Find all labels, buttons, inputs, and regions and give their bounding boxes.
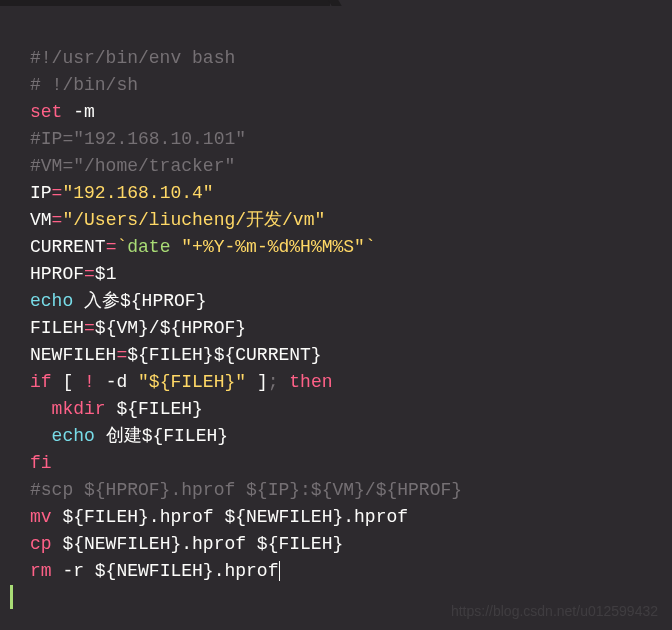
- editor-gutter: [0, 0, 28, 630]
- string: "/Users/liucheng/开发/vm": [62, 210, 325, 230]
- neg-op: !: [84, 372, 95, 392]
- cmd-cp: cp: [30, 534, 52, 554]
- code-line: NEWFILEH=${FILEH}${CURRENT}: [30, 345, 322, 365]
- cmd-rm: rm: [30, 561, 52, 581]
- code-line: echo 创建${FILEH}: [30, 426, 228, 446]
- comment: #VM="/home/tracker": [30, 156, 235, 176]
- var-newfileh: NEWFILEH: [30, 345, 116, 365]
- assign-op: =: [84, 264, 95, 284]
- comment: # !/bin/sh: [30, 75, 138, 95]
- var-current: CURRENT: [30, 237, 106, 257]
- shebang-comment: #!/usr/bin/env bash: [30, 48, 235, 68]
- keyword-set: set: [30, 102, 62, 122]
- var-hprof: HPROF: [30, 264, 84, 284]
- assign-op: =: [84, 318, 95, 338]
- code-line: cp ${NEWFILEH}.hprof ${FILEH}: [30, 534, 343, 554]
- comment: #IP="192.168.10.101": [30, 129, 246, 149]
- assign-op: =: [52, 183, 63, 203]
- assign-op: =: [106, 237, 117, 257]
- echo-arg: 入参${HPROF}: [73, 291, 206, 311]
- mv-arg: ${FILEH}.hprof ${NEWFILEH}.hprof: [52, 507, 408, 527]
- mkdir-arg: ${FILEH}: [106, 399, 203, 419]
- string: "192.168.10.4": [62, 183, 213, 203]
- code-line: echo 入参${HPROF}: [30, 291, 206, 311]
- cmd-echo: echo: [30, 291, 73, 311]
- set-args: -m: [62, 102, 94, 122]
- watermark-text: https://blog.csdn.net/u012599432: [451, 601, 658, 622]
- var-fileh: FILEH: [30, 318, 84, 338]
- arg-1: $1: [95, 264, 117, 284]
- code-line: CURRENT=`date "+%Y-%m-%d%H%M%S"`: [30, 237, 376, 257]
- code-line: #VM="/home/tracker": [30, 156, 235, 176]
- code-line: # !/bin/sh: [30, 75, 138, 95]
- code-editor[interactable]: #!/usr/bin/env bash # !/bin/sh set -m #I…: [0, 0, 672, 595]
- code-line: fi: [30, 453, 52, 473]
- keyword-then: then: [289, 372, 332, 392]
- cp-arg: ${NEWFILEH}.hprof ${FILEH}: [52, 534, 344, 554]
- code-line: #scp ${HPROF}.hprof ${IP}:${VM}/${HPROF}: [30, 480, 462, 500]
- string: "${FILEH}": [138, 372, 246, 392]
- code-line: mkdir ${FILEH}: [30, 399, 203, 419]
- var-ip: IP: [30, 183, 52, 203]
- code-line: if [ ! -d "${FILEH}" ]; then: [30, 372, 333, 392]
- backtick: `: [116, 237, 127, 257]
- cmd-mv: mv: [30, 507, 52, 527]
- keyword-fi: fi: [30, 453, 52, 473]
- code-line: mv ${FILEH}.hprof ${NEWFILEH}.hprof: [30, 507, 408, 527]
- var-vm: VM: [30, 210, 52, 230]
- assign-val: ${VM}/${HPROF}: [95, 318, 246, 338]
- diff-marker: [10, 585, 13, 609]
- code-line: HPROF=$1: [30, 264, 116, 284]
- cmd-date: date: [127, 237, 170, 257]
- cmd-mkdir: mkdir: [52, 399, 106, 419]
- assign-op: =: [52, 210, 63, 230]
- code-line: #!/usr/bin/env bash: [30, 48, 235, 68]
- code-line: #IP="192.168.10.101": [30, 129, 246, 149]
- keyword-if: if: [30, 372, 52, 392]
- code-line: rm -r ${NEWFILEH}.hprof: [30, 561, 280, 581]
- text-cursor: [279, 561, 280, 581]
- code-line: VM="/Users/liucheng/开发/vm": [30, 210, 325, 230]
- comment: #scp ${HPROF}.hprof ${IP}:${VM}/${HPROF}: [30, 480, 462, 500]
- echo-arg: 创建${FILEH}: [95, 426, 228, 446]
- code-line: set -m: [30, 102, 95, 122]
- code-line: IP="192.168.10.4": [30, 183, 214, 203]
- string: "+%Y-%m-%d%H%M%S": [181, 237, 365, 257]
- assign-val: ${FILEH}${CURRENT}: [127, 345, 321, 365]
- cmd-echo: echo: [52, 426, 95, 446]
- tab-edge: [0, 0, 330, 6]
- backtick: `: [365, 237, 376, 257]
- rm-arg: -r ${NEWFILEH}.hprof: [52, 561, 279, 581]
- code-line: FILEH=${VM}/${HPROF}: [30, 318, 246, 338]
- assign-op: =: [116, 345, 127, 365]
